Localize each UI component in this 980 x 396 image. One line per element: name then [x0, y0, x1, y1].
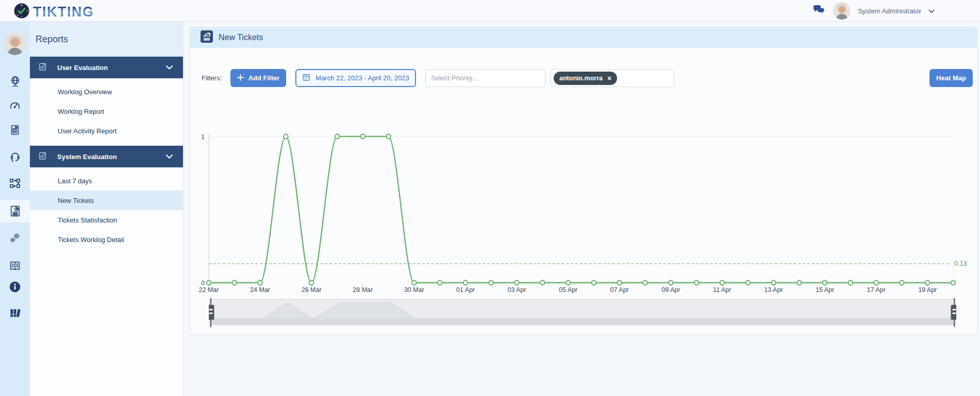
- invoice-icon: [9, 124, 21, 136]
- data-point[interactable]: [309, 281, 314, 285]
- data-point[interactable]: [592, 281, 596, 285]
- x-tick-label: 26 Mar: [302, 286, 322, 294]
- rail-item-gauge[interactable]: [0, 94, 30, 117]
- sidebar-item-new-tickets[interactable]: New Tickets: [30, 191, 183, 210]
- data-point[interactable]: [823, 281, 827, 285]
- chat-icon[interactable]: [812, 4, 826, 18]
- sidebar-item-tickets-worklog-detail[interactable]: Tickets Worklog Detail: [30, 230, 183, 249]
- content-card: New Tickets Filters: Add Filter March 22…: [190, 27, 977, 335]
- data-point[interactable]: [207, 281, 211, 285]
- data-point[interactable]: [874, 281, 878, 285]
- page-title: Reports: [36, 34, 68, 45]
- data-point[interactable]: [643, 281, 647, 285]
- rail-item-settings-gears[interactable]: [0, 227, 30, 249]
- data-point[interactable]: [669, 281, 673, 285]
- rail-item-invoice[interactable]: [0, 118, 30, 141]
- data-point[interactable]: [540, 281, 545, 285]
- user-menu-name[interactable]: System Administrator: [858, 7, 921, 15]
- add-filter-button[interactable]: Add Filter: [230, 69, 286, 87]
- y-tick-label: 0: [201, 280, 205, 287]
- rail-item-reports[interactable]: [0, 200, 30, 222]
- data-point[interactable]: [694, 281, 699, 285]
- data-point[interactable]: [360, 134, 365, 139]
- data-point[interactable]: [617, 281, 622, 285]
- data-point[interactable]: [951, 281, 956, 285]
- reports-icon: [9, 204, 22, 218]
- brush-baseline-band: [210, 319, 955, 325]
- sidebar-item-worklog-overview[interactable]: Worklog Overview: [30, 82, 183, 101]
- y-tick-label: 1: [201, 133, 205, 141]
- icon-rail: [0, 22, 30, 396]
- report-icon: [201, 30, 213, 45]
- chevron-down-icon[interactable]: [928, 6, 935, 15]
- handbook-icon: [8, 260, 22, 272]
- date-range-button[interactable]: March 22, 2023 - April 20, 2023: [295, 69, 416, 87]
- x-tick-label: 07 Apr: [610, 286, 629, 294]
- data-point[interactable]: [797, 281, 802, 285]
- sidebar-item-last-7-days[interactable]: Last 7 days: [30, 171, 183, 191]
- workflow-icon: [8, 177, 22, 190]
- user-filter-input[interactable]: antonio.morra ×: [551, 70, 674, 87]
- globe-icon: [9, 75, 22, 88]
- x-tick-label: 24 Mar: [250, 286, 270, 294]
- data-point[interactable]: [849, 281, 853, 285]
- sidebar-group-system-evaluation[interactable]: System Evaluation: [30, 146, 183, 167]
- data-point[interactable]: [258, 281, 262, 285]
- chart-range-brush[interactable]: [209, 298, 956, 328]
- app-logo[interactable]: TIKTING: [13, 3, 94, 21]
- data-point[interactable]: [284, 134, 288, 139]
- chart-doc-icon: [38, 151, 47, 162]
- x-tick-label: 17 Apr: [867, 286, 886, 294]
- top-bar: TIKTING System Administrator: [0, 0, 980, 22]
- rail-item-globe[interactable]: [0, 70, 30, 93]
- sidebar-item-worklog-report[interactable]: Worklog Report: [30, 101, 183, 121]
- data-point[interactable]: [412, 281, 417, 285]
- sidebar: Reports User Evaluation Worklog Overview…: [30, 22, 184, 396]
- sidebar-item-tickets-statisfaction[interactable]: Tickets Statisfaction: [30, 210, 183, 230]
- chevron-down-icon[interactable]: [166, 63, 173, 72]
- data-point[interactable]: [720, 281, 725, 285]
- data-point[interactable]: [925, 281, 930, 285]
- data-point[interactable]: [386, 134, 391, 139]
- data-point[interactable]: [335, 134, 340, 139]
- sidebar-group-user-evaluation[interactable]: User Evaluation: [30, 57, 183, 78]
- x-tick-label: 19 Apr: [918, 286, 937, 294]
- x-tick-label: 28 Mar: [353, 286, 373, 294]
- rail-item-info[interactable]: [0, 276, 30, 298]
- data-point[interactable]: [463, 281, 468, 285]
- data-point[interactable]: [232, 281, 237, 285]
- brush-svg: [209, 298, 956, 328]
- data-point[interactable]: [438, 281, 442, 285]
- close-icon[interactable]: ×: [607, 75, 611, 82]
- plus-icon: [237, 74, 244, 82]
- average-line-label: 0.13: [954, 260, 967, 267]
- gauge-icon: [8, 99, 22, 112]
- data-point[interactable]: [771, 281, 776, 285]
- x-tick-label: 01 Apr: [456, 286, 475, 294]
- rail-item-support[interactable]: [0, 146, 30, 168]
- data-point[interactable]: [514, 281, 519, 285]
- chart-svg: 0122 Mar24 Mar26 Mar28 Mar30 Mar01 Apr03…: [196, 129, 976, 299]
- avatar[interactable]: [833, 2, 851, 20]
- priority-select-input[interactable]: [425, 70, 545, 87]
- rail-item-workflow[interactable]: [0, 172, 30, 195]
- data-point[interactable]: [489, 281, 493, 285]
- user-tag-chip: antonio.morra ×: [554, 72, 617, 85]
- sidebar-menu: User Evaluation Worklog OverviewWorklog …: [30, 57, 183, 254]
- calendar-icon: [302, 73, 310, 83]
- rail-item-archive[interactable]: [0, 302, 30, 324]
- x-tick-label: 22 Mar: [199, 286, 219, 294]
- x-tick-label: 09 Apr: [661, 286, 680, 294]
- data-point[interactable]: [745, 281, 750, 285]
- rail-avatar[interactable]: [4, 32, 26, 55]
- filters-label: Filters:: [202, 74, 222, 82]
- data-point[interactable]: [900, 281, 904, 285]
- data-point[interactable]: [566, 281, 571, 285]
- chevron-down-icon[interactable]: [166, 152, 173, 161]
- x-tick-label: 03 Apr: [507, 286, 526, 294]
- sidebar-item-user-activity-report[interactable]: User Activity Report: [30, 121, 183, 141]
- heat-map-button[interactable]: Heat Map: [929, 69, 973, 87]
- rail-item-handbook[interactable]: [0, 254, 30, 277]
- support-icon: [8, 150, 22, 164]
- logo-text: TIKTING: [33, 4, 94, 20]
